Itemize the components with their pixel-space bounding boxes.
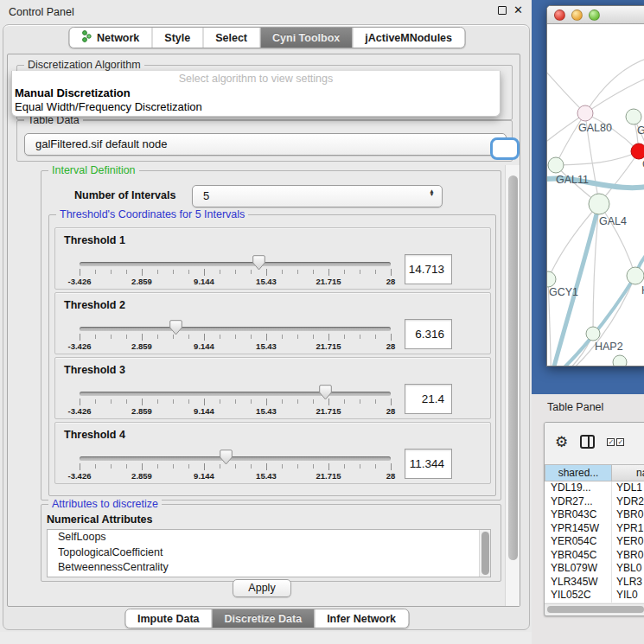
minimize-traffic-light-icon[interactable] (571, 10, 583, 21)
tab-infer-network[interactable]: Infer Network (315, 609, 408, 628)
network-node[interactable] (631, 143, 644, 159)
attribute-list-item[interactable]: BetweennessCentrality (48, 560, 490, 576)
tab-cyni-toolbox[interactable]: Cyni Toolbox (260, 28, 353, 48)
network-node[interactable] (589, 194, 609, 214)
attributes-group: Attributes to discretize Numerical Attri… (41, 504, 501, 582)
popup-item-manual-discretization[interactable]: Manual Discretization (12, 86, 500, 100)
network-node-label: GA (637, 124, 644, 137)
algorithm-placeholder: Select algorithm to view settings (12, 71, 500, 86)
cyni-content-panel: Discretization Algorithm Table Data galF… (7, 54, 520, 607)
slider-thumb[interactable] (220, 450, 233, 465)
gear-icon[interactable]: ⚙ (555, 433, 568, 451)
network-node-label: GAL4 (599, 215, 627, 227)
slider-thumb[interactable] (319, 385, 332, 400)
network-node[interactable] (613, 355, 627, 367)
network-node-label: GCY1 (549, 286, 578, 298)
tab-network[interactable]: Network (69, 28, 152, 48)
close-traffic-light-icon[interactable] (554, 10, 565, 21)
network-node[interactable] (626, 109, 641, 124)
numerical-attributes-list[interactable]: SelfLoopsTopologicalCoefficientBetweenne… (47, 529, 491, 577)
column-header-name[interactable]: name (612, 464, 644, 481)
network-window-titlebar[interactable] (547, 6, 644, 24)
threshold-row: Threshold 3-3.4262.8599.14415.4321.71528… (54, 357, 491, 419)
settings-scroll-region: Interval Definition Number of Intervals … (8, 165, 520, 606)
tab-style[interactable]: Style (152, 28, 203, 48)
network-canvas[interactable]: GAL80GACGAL11GAL4GCY1HHAP2 (547, 24, 644, 367)
table-header-row: shared... name (545, 464, 644, 481)
network-node[interactable] (586, 327, 600, 341)
float-window-icon[interactable] (498, 6, 507, 15)
network-node[interactable] (577, 105, 593, 121)
algorithm-dropdown-popup: Select algorithm to view settings Manual… (11, 71, 501, 117)
column-layout-icon[interactable] (580, 435, 595, 449)
top-tab-bar: Network Style Select Cyni Toolbox jActiv… (68, 27, 465, 48)
threshold-value-field[interactable]: 6.316 (405, 319, 452, 349)
table-data-group: Table Data galFiltered.sif default node … (16, 120, 513, 162)
select-columns-icons[interactable]: ✓ ✓ (607, 438, 624, 446)
slider-track[interactable] (80, 262, 391, 266)
threshold-row: Threshold 1-3.4262.8599.14415.4321.71528… (54, 227, 491, 290)
network-view-window[interactable]: GAL80GACGAL11GAL4GCY1HHAP2 (546, 5, 644, 367)
interval-definition-title: Interval Definition (48, 164, 139, 176)
slider-track[interactable] (80, 327, 391, 331)
number-of-intervals-value: 5 (203, 189, 209, 202)
tab-jactivemnodules[interactable]: jActiveMNodules (353, 28, 464, 48)
attributes-scrollbar[interactable] (479, 530, 490, 577)
network-icon (81, 30, 92, 45)
apply-button[interactable]: Apply (233, 579, 291, 597)
table-panel: Table Panel ⚙ ✓ ✓ shared... name YDL19..… (532, 394, 644, 644)
tab-select[interactable]: Select (203, 28, 260, 48)
table-row[interactable]: YPR145WYPR1 (545, 522, 644, 536)
table-row[interactable]: YBR045CYBR0 (545, 549, 644, 563)
tab-discretize-data[interactable]: Discretize Data (213, 609, 316, 628)
table-panel-frame: ⚙ ✓ ✓ shared... name YDL19...YDL1YDR27..… (544, 422, 644, 616)
table-hscrollbar[interactable] (545, 603, 644, 614)
network-node[interactable] (547, 271, 556, 287)
algorithm-combobox[interactable] (490, 137, 520, 160)
table-row[interactable]: YIL052CYIL0 (545, 589, 644, 603)
column-header-shared[interactable]: shared... (545, 464, 612, 481)
threshold-label: Threshold 3 (64, 364, 125, 376)
attribute-list-item[interactable]: TopologicalCoefficient (48, 545, 490, 561)
threshold-coordinates-group: Threshold's Coordinates for 5 Intervals … (48, 214, 496, 496)
slider-thumb[interactable] (169, 320, 182, 335)
threshold-value-field[interactable]: 11.344 (405, 449, 452, 479)
table-rows[interactable]: YDL19...YDL1YDR27...YDR2YBR043CYBR0YPR14… (545, 481, 644, 603)
combo-stepper-icon: ▲▼ (428, 189, 436, 196)
slider-track[interactable] (80, 456, 391, 461)
threshold-label: Threshold 4 (64, 429, 125, 441)
table-row[interactable]: YDR27...YDR2 (545, 495, 644, 509)
network-node[interactable] (548, 157, 564, 173)
settings-scrollbar[interactable] (505, 165, 520, 606)
threshold-value-field[interactable]: 21.4 (405, 384, 452, 414)
table-data-combobox[interactable]: galFiltered.sif default node ▲▼ (24, 133, 507, 156)
number-of-intervals-label: Number of Intervals (74, 189, 175, 201)
tab-impute-data[interactable]: Impute Data (125, 609, 213, 628)
table-hscrollbar-thumb[interactable] (547, 606, 644, 613)
network-node-label: GAL80 (578, 122, 612, 134)
table-toolbar: ⚙ ✓ ✓ (545, 423, 644, 461)
table-row[interactable]: YER054CYER0 (545, 535, 644, 549)
close-icon[interactable]: ✕ (513, 6, 523, 15)
threshold-coordinates-title: Threshold's Coordinates for 5 Intervals (56, 208, 248, 220)
threshold-label: Threshold 2 (64, 299, 125, 311)
interval-definition-group: Interval Definition Number of Intervals … (41, 170, 501, 501)
settings-scrollbar-thumb[interactable] (508, 175, 518, 560)
numerical-attributes-label: Numerical Attributes (47, 513, 152, 526)
network-node[interactable] (627, 267, 644, 284)
table-row[interactable]: YLR345WYLR3 (545, 576, 644, 590)
table-row[interactable]: YBR043CYBR0 (545, 508, 644, 522)
panel-title: Control Panel (9, 6, 74, 18)
zoom-traffic-light-icon[interactable] (589, 10, 600, 21)
threshold-row: Threshold 2-3.4262.8599.14415.4321.71528… (54, 292, 491, 354)
slider-track[interactable] (80, 392, 391, 396)
checkbox-icon: ✓ (616, 438, 624, 446)
number-of-intervals-combobox[interactable]: 5 ▲▼ (192, 185, 443, 207)
attribute-list-item[interactable]: SelfLoops (48, 530, 490, 545)
table-row[interactable]: YBL079WYBL0 (545, 562, 644, 576)
slider-thumb[interactable] (252, 255, 265, 271)
threshold-value-field[interactable]: 14.713 (405, 254, 452, 284)
popup-item-equal-width-frequency[interactable]: Equal Width/Frequency Discretization (12, 100, 500, 114)
attributes-title: Attributes to discretize (48, 498, 162, 510)
table-row[interactable]: YDL19...YDL1 (545, 481, 644, 495)
